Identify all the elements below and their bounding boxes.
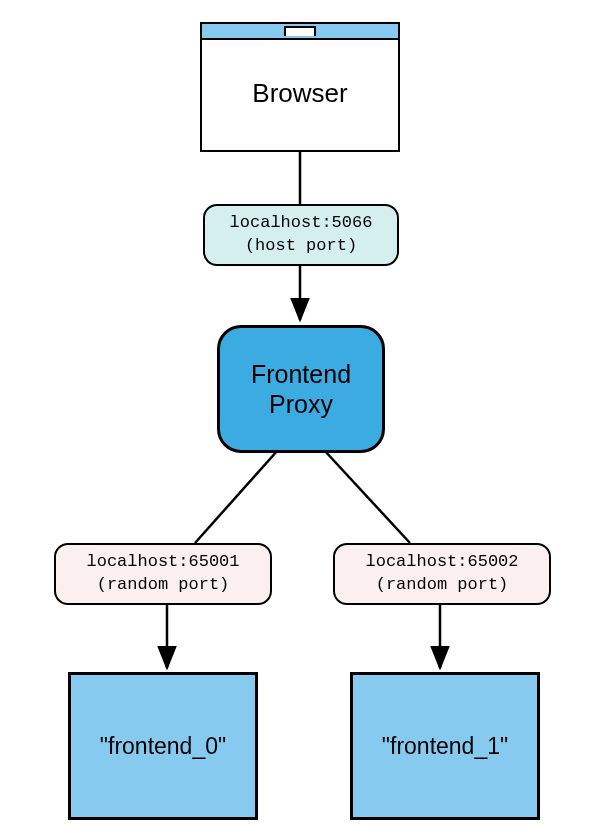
edge-label-f0-note: (random port) xyxy=(97,574,230,597)
node-frontend-0: "frontend_0" xyxy=(68,672,258,820)
node-frontend-0-label: "frontend_0" xyxy=(100,733,226,760)
node-browser: Browser xyxy=(200,22,400,152)
edge-label-f0-host: localhost:65001 xyxy=(86,551,239,574)
proxy-label-line2: Proxy xyxy=(269,389,333,419)
edge-label-browser-proxy: localhost:5066 (host port) xyxy=(203,204,399,266)
node-frontend-proxy: Frontend Proxy xyxy=(217,325,385,453)
edge-label-f1-host: localhost:65002 xyxy=(365,551,518,574)
svg-line-4 xyxy=(324,450,410,543)
node-browser-label: Browser xyxy=(252,78,347,109)
browser-titlebar xyxy=(202,24,398,40)
edge-label-f1-note: (random port) xyxy=(376,574,509,597)
diagram-canvas: Browser localhost:5066 (host port) Front… xyxy=(0,0,609,837)
proxy-label-line1: Frontend xyxy=(251,359,351,389)
svg-line-2 xyxy=(195,450,278,543)
edge-label-hostport-note: (host port) xyxy=(245,235,357,258)
node-frontend-1: "frontend_1" xyxy=(350,672,540,820)
edge-label-host: localhost:5066 xyxy=(230,212,373,235)
browser-tab-icon xyxy=(284,26,316,36)
node-frontend-1-label: "frontend_1" xyxy=(382,733,508,760)
edge-label-proxy-frontend1: localhost:65002 (random port) xyxy=(333,543,551,605)
edge-label-proxy-frontend0: localhost:65001 (random port) xyxy=(54,543,272,605)
